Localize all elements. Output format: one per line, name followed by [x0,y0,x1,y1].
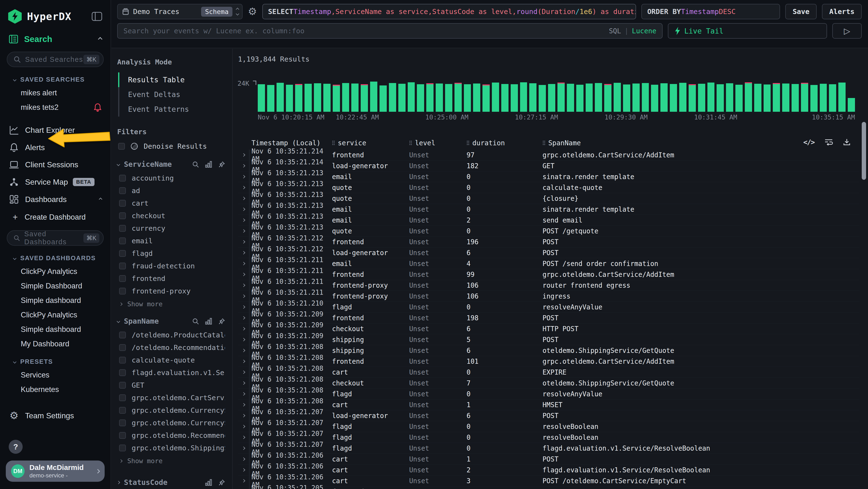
pin-icon[interactable] [218,161,225,168]
histogram-bar[interactable] [557,83,565,112]
saved-search-item[interactable]: mikes alert [0,86,111,100]
row-expand-chevron[interactable] [238,258,250,269]
alerts-button[interactable]: Alerts [822,4,862,19]
histogram-bar[interactable] [782,84,789,112]
histogram-bar[interactable] [305,84,312,112]
row-expand-chevron[interactable] [238,269,250,280]
mode-results-table[interactable]: Results Table [119,73,225,87]
histogram-bar[interactable] [389,83,396,112]
histogram-bar[interactable] [351,84,359,112]
column-header-level[interactable]: level [409,139,467,147]
denoise-results-row[interactable]: Denoise Results [118,142,225,150]
filter-group-statuscode[interactable]: StatusCode [117,478,225,487]
filter-checkbox-item[interactable]: currency [117,222,225,235]
source-select[interactable]: Demo Traces Schema [117,4,243,19]
histogram-bar[interactable] [267,85,274,112]
histogram-bar[interactable] [408,82,415,112]
histogram-bar[interactable] [258,84,265,112]
row-expand-chevron[interactable] [238,323,250,334]
filter-checkbox-item[interactable]: email [117,235,225,247]
histogram-bar[interactable] [323,84,331,112]
histogram-bar[interactable] [511,84,518,112]
search-icon[interactable] [192,318,199,325]
column-header-duration[interactable]: duration [467,139,542,147]
histogram-bar[interactable] [286,85,293,112]
row-expand-chevron[interactable] [238,291,250,301]
histogram-bar[interactable] [314,83,321,112]
row-expand-chevron[interactable] [238,421,250,432]
histogram-bar[interactable] [745,82,752,112]
histogram-bar[interactable] [417,84,424,112]
row-expand-chevron[interactable] [238,182,250,193]
servicename-show-more[interactable]: Show more [117,297,225,311]
checkbox[interactable] [119,407,126,414]
histogram-bar[interactable] [632,84,640,112]
filter-checkbox-item[interactable]: accounting [117,172,225,184]
histogram-bar[interactable] [586,84,593,112]
checkbox[interactable] [119,432,126,439]
checkbox[interactable] [119,382,126,389]
vertical-scrollbar[interactable] [862,122,866,180]
row-expand-chevron[interactable] [238,171,250,182]
checkbox[interactable] [119,369,126,376]
histogram-bar[interactable] [361,84,368,112]
filter-checkbox-item[interactable]: GET [117,379,225,392]
row-expand-chevron[interactable] [238,443,250,454]
bar-chart-icon[interactable] [205,161,212,168]
row-expand-chevron[interactable] [238,248,250,258]
sql-mode-label[interactable]: SQL [609,27,621,35]
chevron-up-icon[interactable] [99,198,102,201]
checkbox[interactable] [119,288,126,294]
lucene-mode-label[interactable]: Lucene [632,27,656,35]
row-expand-chevron[interactable] [238,204,250,214]
row-expand-chevron[interactable] [238,334,250,345]
drag-handle-icon[interactable] [332,141,335,145]
save-button[interactable]: Save [785,4,817,19]
filter-checkbox-item[interactable]: flagd.evaluation.v1.Ser… [117,366,225,379]
download-icon[interactable] [843,138,850,146]
histogram-bar[interactable] [295,84,302,112]
histogram-bar[interactable] [483,84,490,112]
sidebar-collapse-icon[interactable] [92,12,102,21]
histogram-bar[interactable] [810,85,817,112]
bar-chart-icon[interactable] [205,479,212,486]
histogram-bar[interactable] [838,83,845,112]
histogram-bar[interactable] [455,83,462,112]
histogram-bar[interactable] [539,85,546,112]
preset-item[interactable]: Kubernetes [0,382,111,397]
histogram-bar[interactable] [426,83,434,112]
sidebar-item-client-sessions[interactable]: Client Sessions [0,156,111,173]
histogram-bar[interactable] [548,84,555,112]
drag-handle-icon[interactable] [467,141,469,145]
spanname-show-more[interactable]: Show more [117,454,225,467]
histogram-bar[interactable] [492,83,499,112]
checkbox[interactable] [119,394,126,401]
sidebar-item-service-map[interactable]: Service Map BETA [0,173,111,191]
histogram-bar[interactable] [370,82,377,112]
filter-checkbox-item[interactable]: cart [117,197,225,209]
create-dashboard-button[interactable]: + Create Dashboard [0,208,111,226]
checkbox[interactable] [119,175,126,181]
checkbox[interactable] [119,263,126,269]
filter-checkbox-item[interactable]: checkout [117,209,225,222]
histogram-bar[interactable] [614,83,621,112]
histogram-bar[interactable] [642,83,649,112]
saved-dashboard-item[interactable]: ClickPy Analytics [0,264,111,279]
search-input[interactable]: Search your events w/ Lucene ex. column:… [117,23,662,39]
pin-icon[interactable] [218,479,225,486]
histogram-bar[interactable] [689,84,696,112]
saved-dashboard-item[interactable]: Simple dashboard [0,293,111,308]
sql-select-editor[interactable]: SELECT Timestamp, ServiceName as service… [262,4,636,19]
checkbox[interactable] [119,332,126,338]
histogram-bar[interactable] [773,83,780,112]
filter-group-spanname[interactable]: SpanName [117,317,225,325]
checkbox[interactable] [119,187,126,194]
checkbox[interactable] [119,420,126,426]
row-expand-chevron[interactable] [238,389,250,399]
histogram-bar[interactable] [473,84,480,112]
checkbox[interactable] [118,143,125,150]
filter-checkbox-item[interactable]: grpc.oteldemo.Recommend… [117,429,225,442]
sidebar-item-team-settings[interactable]: ⚙ Team Settings [0,406,111,425]
source-settings-gear-icon[interactable]: ⚙ [248,6,257,17]
filter-checkbox-item[interactable]: frontend-proxy [117,285,225,297]
